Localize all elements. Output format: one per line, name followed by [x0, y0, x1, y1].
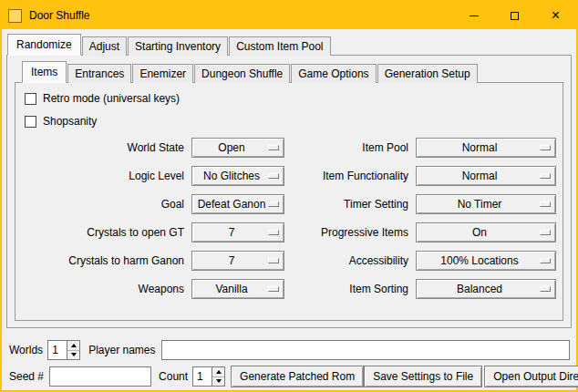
player-names-label: Player names: [88, 344, 155, 356]
item-pool-label: Item Pool: [292, 141, 408, 154]
goal-dropdown[interactable]: Defeat Ganon: [191, 194, 284, 214]
tab-randomize[interactable]: Randomize: [7, 34, 81, 56]
player-names-input[interactable]: [161, 340, 571, 360]
world-state-dropdown[interactable]: Open: [191, 138, 284, 158]
count-spin-down-button[interactable]: [212, 377, 224, 387]
window-content: Randomize Adjust Starting Inventory Cust…: [2, 29, 576, 390]
dropdown-indicator-icon: [540, 258, 551, 263]
progressive-items-label: Progressive Items: [292, 226, 408, 239]
close-icon: ×: [552, 8, 560, 23]
tab-enemizer[interactable]: Enemizer: [132, 64, 193, 83]
count-label: Count: [159, 370, 188, 383]
bottom-bar: Worlds 1 Player names Seed # Count 1: [9, 340, 571, 387]
tab-adjust[interactable]: Adjust: [82, 36, 127, 56]
worlds-label: Worlds: [9, 344, 43, 356]
dropdown-indicator-icon: [268, 230, 279, 235]
maximize-button[interactable]: [494, 2, 535, 29]
arrow-up-icon: [216, 370, 222, 374]
count-spin-up-button[interactable]: [212, 367, 224, 377]
close-button[interactable]: ×: [535, 2, 576, 29]
minimize-icon: [470, 15, 479, 16]
item-functionality-dropdown[interactable]: Normal: [416, 166, 556, 186]
retro-mode-checkbox[interactable]: [25, 93, 36, 105]
shopsanity-label: Shopsanity: [43, 115, 97, 128]
tab-custom-item-pool[interactable]: Custom Item Pool: [229, 36, 330, 56]
count-spinbox[interactable]: 1: [192, 366, 225, 387]
dropdown-indicator-icon: [540, 286, 551, 292]
dropdown-indicator-icon: [540, 230, 551, 235]
worlds-spinbox[interactable]: 1: [47, 340, 80, 360]
items-pane: Retro mode (universal keys) Shopsanity W…: [15, 82, 563, 321]
open-output-directory-button[interactable]: Open Output Directory: [484, 366, 578, 387]
minimize-button[interactable]: [453, 2, 494, 29]
arrow-up-icon: [71, 344, 77, 347]
retro-mode-row: Retro mode (universal keys): [25, 92, 563, 105]
dropdown-indicator-icon: [540, 173, 551, 179]
weapons-dropdown[interactable]: Vanilla: [191, 279, 284, 299]
main-tab-bar: Randomize Adjust Starting Inventory Cust…: [7, 34, 576, 55]
shopsanity-row: Shopsanity: [25, 115, 563, 128]
crystals-open-gt-dropdown[interactable]: 7: [191, 222, 284, 242]
crystals-harm-ganon-dropdown[interactable]: 7: [191, 251, 284, 271]
maximize-icon: [511, 12, 519, 20]
item-functionality-label: Item Functionality: [292, 170, 408, 182]
worlds-row: Worlds 1 Player names: [9, 340, 571, 360]
logic-level-dropdown[interactable]: No Glitches: [191, 166, 284, 186]
dropdown-indicator-icon: [268, 286, 279, 292]
seed-input[interactable]: [49, 366, 151, 387]
randomize-pane: Items Entrances Enemizer Dungeon Shuffle…: [6, 55, 572, 328]
arrow-down-icon: [216, 379, 222, 383]
accessibility-dropdown[interactable]: 100% Locations: [416, 251, 556, 271]
dropdown-indicator-icon: [540, 145, 551, 150]
goal-label: Goal: [20, 198, 184, 211]
tab-game-options[interactable]: Game Options: [291, 64, 376, 83]
tab-dungeon-shuffle[interactable]: Dungeon Shuffle: [194, 64, 290, 83]
timer-setting-dropdown[interactable]: No Timer: [416, 194, 556, 214]
timer-setting-label: Timer Setting: [292, 198, 408, 211]
options-grid: World State Open Item Pool Normal Logic …: [20, 138, 558, 299]
tab-entrances[interactable]: Entrances: [67, 64, 131, 83]
dropdown-indicator-icon: [268, 201, 279, 207]
titlebar: Door Shuffle ×: [2, 2, 576, 29]
weapons-label: Weapons: [20, 283, 184, 295]
crystals-open-gt-label: Crystals to open GT: [20, 226, 184, 239]
tab-items[interactable]: Items: [22, 61, 67, 83]
progressive-items-dropdown[interactable]: On: [416, 222, 556, 242]
worlds-spin-down-button[interactable]: [67, 351, 79, 360]
door-shuffle-app-icon: [8, 9, 22, 23]
dropdown-indicator-icon: [268, 258, 279, 263]
dropdown-indicator-icon: [540, 201, 551, 207]
item-sorting-label: Item Sorting: [292, 283, 408, 295]
save-settings-button[interactable]: Save Settings to File: [364, 366, 482, 387]
crystals-harm-ganon-label: Crystals to harm Ganon: [20, 254, 184, 267]
window: Door Shuffle × Randomize Adjust Starting…: [0, 0, 578, 392]
dropdown-indicator-icon: [268, 145, 279, 150]
window-title: Door Shuffle: [29, 9, 90, 22]
sub-tab-bar: Items Entrances Enemizer Dungeon Shuffle…: [22, 61, 571, 82]
worlds-spin-up-button[interactable]: [67, 341, 79, 351]
generate-patched-rom-button[interactable]: Generate Patched Rom: [231, 366, 364, 387]
item-sorting-dropdown[interactable]: Balanced: [416, 279, 556, 299]
retro-mode-label: Retro mode (universal keys): [43, 92, 180, 105]
logic-level-label: Logic Level: [20, 170, 184, 182]
dropdown-indicator-icon: [268, 173, 279, 179]
item-pool-dropdown[interactable]: Normal: [416, 138, 556, 158]
seed-row: Seed # Count 1 Generate Patched Rom Save…: [9, 366, 571, 387]
accessibility-label: Accessibility: [292, 254, 408, 267]
arrow-down-icon: [71, 353, 77, 356]
tab-generation-setup[interactable]: Generation Setup: [377, 64, 478, 83]
shopsanity-checkbox[interactable]: [25, 116, 36, 128]
world-state-label: World State: [20, 141, 184, 154]
seed-label: Seed #: [9, 370, 44, 383]
tab-starting-inventory[interactable]: Starting Inventory: [128, 36, 228, 56]
titlebar-buttons: ×: [453, 2, 576, 29]
